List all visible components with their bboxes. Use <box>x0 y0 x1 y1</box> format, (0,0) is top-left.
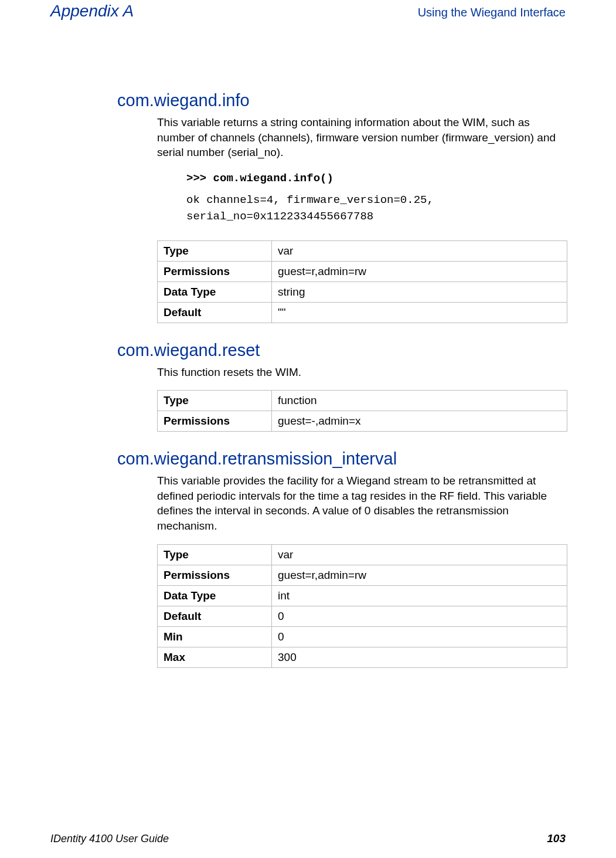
prop-val: guest=r,admin=rw <box>272 261 567 282</box>
heading-info: com.wiegand.info <box>117 91 566 110</box>
table-row: Max300 <box>158 647 567 667</box>
table-row: Permissionsguest=r,admin=rw <box>158 565 567 585</box>
footer-guide-name: IDentity 4100 User Guide <box>50 833 169 845</box>
body-retransmission: This variable provides the facility for … <box>157 473 566 534</box>
page-content: com.wiegand.info This variable returns a… <box>0 21 616 668</box>
appendix-title: Appendix A <box>50 2 134 21</box>
page-footer: IDentity 4100 User Guide 103 <box>50 832 566 845</box>
prop-key: Permissions <box>158 565 272 585</box>
body-info: This variable returns a string containin… <box>157 115 566 160</box>
table-info: Typevar Permissionsguest=r,admin=rw Data… <box>157 240 567 323</box>
table-row: Default"" <box>158 302 567 323</box>
table-row: Typefunction <box>158 391 567 411</box>
table-reset: Typefunction Permissionsguest=-,admin=x <box>157 390 567 432</box>
page-header: Appendix A Using the Wiegand Interface <box>0 0 616 21</box>
prop-val: 0 <box>272 626 567 647</box>
prop-key: Max <box>158 647 272 667</box>
table-row: Min0 <box>158 626 567 647</box>
prop-val: 300 <box>272 647 567 667</box>
footer-page-number: 103 <box>547 832 566 845</box>
prop-val: guest=-,admin=x <box>272 411 567 432</box>
code-output: ok channels=4, firmware_version=0.25, se… <box>186 192 566 225</box>
prop-key: Type <box>158 544 272 565</box>
heading-reset: com.wiegand.reset <box>117 341 566 360</box>
table-row: Typevar <box>158 544 567 565</box>
table-row: Permissionsguest=r,admin=rw <box>158 261 567 282</box>
body-reset: This function resets the WIM. <box>157 365 566 380</box>
table-row: Default0 <box>158 606 567 626</box>
heading-retransmission: com.wiegand.retransmission_interval <box>117 449 566 469</box>
prop-key: Default <box>158 302 272 323</box>
table-row: Typevar <box>158 240 567 261</box>
prop-val: var <box>272 544 567 565</box>
prop-val: guest=r,admin=rw <box>272 565 567 585</box>
table-row: Data Typeint <box>158 585 567 606</box>
prop-key: Permissions <box>158 411 272 432</box>
prop-val: "" <box>272 302 567 323</box>
table-retransmission: Typevar Permissionsguest=r,admin=rw Data… <box>157 544 567 668</box>
prop-key: Default <box>158 606 272 626</box>
prop-key: Data Type <box>158 282 272 302</box>
prop-val: var <box>272 240 567 261</box>
prop-val: string <box>272 282 567 302</box>
prop-val: 0 <box>272 606 567 626</box>
section-title: Using the Wiegand Interface <box>418 6 566 19</box>
prop-key: Type <box>158 391 272 411</box>
table-row: Data Typestring <box>158 282 567 302</box>
table-row: Permissionsguest=-,admin=x <box>158 411 567 432</box>
prop-key: Permissions <box>158 261 272 282</box>
code-cmd: >>> com.wiegand.info() <box>186 171 566 187</box>
prop-val: int <box>272 585 567 606</box>
code-block-info: >>> com.wiegand.info() ok channels=4, fi… <box>186 171 566 225</box>
prop-key: Min <box>158 626 272 647</box>
prop-key: Data Type <box>158 585 272 606</box>
prop-key: Type <box>158 240 272 261</box>
prop-val: function <box>272 391 567 411</box>
